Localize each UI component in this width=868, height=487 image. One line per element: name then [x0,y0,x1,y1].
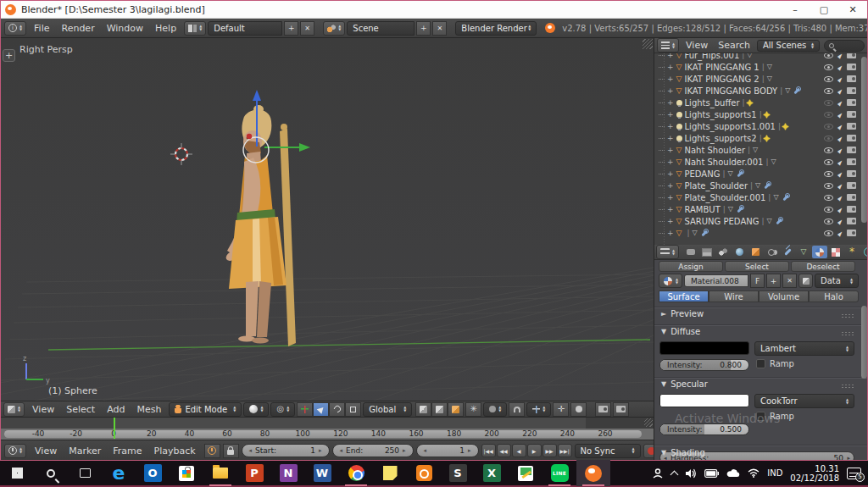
editor-type-selector[interactable] [657,38,679,53]
object-name[interactable]: IKAT PINGGANG BODY [684,86,777,96]
object-name[interactable]: Plate_Shoulder [684,181,748,191]
restrict-select-cursor-icon[interactable] [837,147,843,154]
restrict-select-cursor-icon[interactable] [837,230,843,237]
object-name[interactable]: Lights_buffer [685,98,740,108]
restrict-render-camera-icon[interactable] [847,123,856,130]
outliner-row-lights-buffer[interactable]: Lights_buffer | [654,97,868,108]
outliner-row-naht-shoulder-001[interactable]: Naht Shoulder.001 | [654,156,868,168]
restrict-select-cursor-icon[interactable] [837,123,843,130]
restrict-render-camera-icon[interactable] [847,218,856,224]
object-name[interactable]: SARUNG PEDANG [684,217,759,226]
timeline-menu-marker[interactable]: Marker [63,445,107,457]
restrict-select-cursor-icon[interactable] [837,194,843,202]
object-name[interactable]: RAMBUT [684,205,720,214]
layout-browse-button[interactable] [184,21,206,36]
playback-button-jump-next-keyframe[interactable]: ▶▶ [542,444,557,457]
taskbar-item-excel[interactable]: X [475,460,509,486]
expand-icon[interactable] [667,147,674,154]
new-material-button[interactable] [766,274,781,288]
taskbar-item-sublime[interactable]: S [441,460,475,486]
lock-time-button[interactable] [223,444,239,458]
infobar-menu-help[interactable]: Help [149,23,182,34]
expand-icon[interactable] [667,87,674,95]
properties-tab-physics[interactable] [860,246,868,258]
rotate-manipulator-button[interactable] [329,402,345,417]
proportional-edit-button[interactable] [509,402,525,417]
unlink-material-button[interactable] [782,274,797,288]
infobar-menu-render[interactable]: Render [56,23,101,34]
timeline-ruler[interactable]: -40-200204060801001201401601802002202402… [1,429,654,440]
expand-icon[interactable] [667,53,674,59]
material-slot-button-deselect[interactable]: Deselect [791,261,855,272]
restrict-select-cursor-icon[interactable] [837,53,843,59]
taskbar-clock[interactable]: 10.31 02/12/2018 [790,464,839,483]
timeline-scrollbar[interactable] [4,430,642,438]
tray-expand-chevron-icon[interactable] [670,470,679,479]
viewport-menu-mesh[interactable]: Mesh [131,404,167,415]
outliner-row-sarung-pedang[interactable]: SARUNG PEDANG | [654,215,868,227]
fake-user-button[interactable]: F [750,274,765,288]
restrict-view-eye-icon[interactable] [824,88,833,94]
outliner-row-plate-shoulder[interactable]: Plate_Shoulder | [654,180,868,191]
vertex-select-button[interactable] [415,402,431,417]
restrict-view-eye-icon[interactable] [824,171,833,177]
outliner-display-select[interactable]: All Scenes [757,40,820,52]
outliner-row-ikat-pinggang-body[interactable]: IKAT PINGGANG BODY | [654,85,868,97]
data-link-select[interactable]: Data [815,274,859,288]
viewport-canvas[interactable]: y z [1,38,654,401]
specular-panel-header[interactable]: ▼Specular [661,379,708,389]
restrict-view-eye-icon[interactable] [824,207,833,213]
preview-panel-header[interactable]: ►Preview [661,309,704,318]
infobar-menu-file[interactable]: File [28,23,55,34]
expand-icon[interactable] [667,206,674,213]
manipulator-toggle-button[interactable] [297,402,313,417]
browse-material-button[interactable] [659,274,682,288]
restrict-render-camera-icon[interactable] [847,206,856,213]
restrict-render-camera-icon[interactable] [847,158,856,165]
taskbar-item-powerpoint[interactable]: P [237,460,271,486]
render-engine-select[interactable]: Blender Render [455,21,537,36]
restrict-view-eye-icon[interactable] [824,53,833,58]
viewport-shading-select[interactable] [243,402,269,417]
snap-mode-select[interactable] [483,402,507,417]
language-indicator[interactable]: IND [767,468,782,478]
object-name[interactable]: Lights_supports1 [685,110,757,119]
expand-icon[interactable] [667,170,674,178]
restrict-view-eye-icon[interactable] [824,64,833,70]
expand-icon[interactable] [667,182,674,190]
restrict-view-eye-icon[interactable] [824,183,833,189]
taskbar-item-task-view[interactable] [68,460,102,486]
minimize-button[interactable]: – [781,1,810,18]
edge-select-button[interactable] [431,402,448,417]
outliner-menu-view[interactable]: View [681,40,713,51]
restrict-select-cursor-icon[interactable] [837,158,843,166]
toolshelf-expand-button[interactable]: + [3,49,15,62]
object-name[interactable]: Lights_supports1.001 [685,122,776,131]
taskbar-item-onenote[interactable]: N [271,460,305,486]
properties-tab-scene[interactable] [715,246,731,258]
restrict-select-cursor-icon[interactable] [837,87,843,95]
outliner-row-ikat-pinggang-2[interactable]: IKAT PINGGANG 2 | [654,73,868,85]
diffuse-color-swatch[interactable] [659,341,749,355]
panel-grip[interactable] [841,384,854,389]
properties-scrollbar[interactable] [861,306,867,379]
outliner-row-lights-supports1-001[interactable]: Lights_supports1.001 | [654,120,868,132]
properties-tab-render-layers[interactable] [699,246,715,258]
playback-button-jump-to-end[interactable]: ▶▶| [558,444,572,457]
restrict-render-camera-icon[interactable] [847,111,856,118]
panel-grip[interactable] [841,331,854,336]
properties-tab-object[interactable] [748,246,763,258]
specular-intensity-slider[interactable]: Intensity:0.500 [659,423,749,435]
face-select-button[interactable] [448,402,464,417]
restrict-render-camera-icon[interactable] [847,64,856,70]
restrict-view-eye-icon[interactable] [824,76,833,82]
material-name-field[interactable]: Material.008 [684,274,748,287]
transform-orientation-select[interactable]: Global [363,402,412,417]
viewport-menu-view[interactable]: View [26,404,60,415]
occlude-geometry-button[interactable]: ✳ [465,402,481,417]
wifi-icon[interactable] [748,468,760,478]
outliner-row-plate-shoulder-001[interactable]: Plate_Shoulder.001 | [654,191,868,203]
outliner-row-ikat-pinggang-1[interactable]: IKAT PINGGANG 1 | [654,61,868,73]
restrict-select-cursor-icon[interactable] [837,170,843,178]
expand-icon[interactable] [667,123,674,130]
